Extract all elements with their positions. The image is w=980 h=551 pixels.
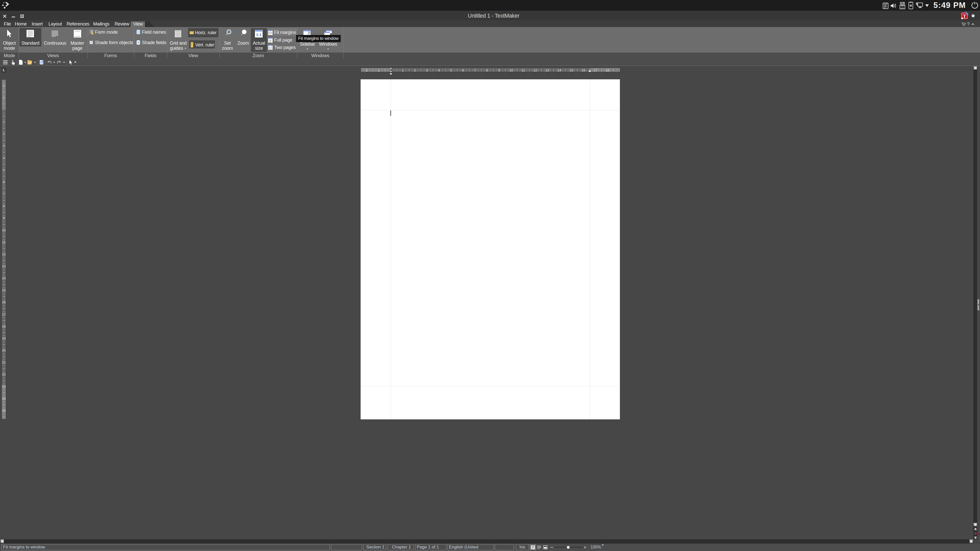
- svg-text:T: T: [963, 14, 966, 19]
- svg-text:%: %: [228, 30, 231, 34]
- svg-text:1:1: 1:1: [256, 32, 262, 37]
